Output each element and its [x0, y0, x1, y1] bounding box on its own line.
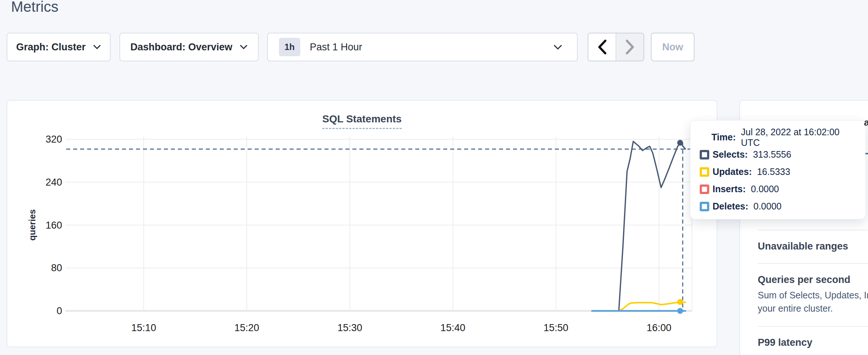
- graph-scope-dropdown-label: Graph: Cluster: [16, 42, 86, 53]
- now-button-disabled[interactable]: Now: [651, 33, 695, 61]
- series-line-updates: [592, 302, 685, 311]
- tooltip-series-rows: Selects:313.5556Updates:16.5333Inserts:0…: [700, 146, 858, 215]
- y-tick-label: 80: [51, 262, 62, 273]
- chevron-down-icon: [553, 44, 562, 50]
- y-tick-label: 240: [46, 177, 62, 188]
- tooltip-series-label: Inserts:: [713, 184, 746, 194]
- series-line-selects: [619, 141, 685, 311]
- now-button-label: Now: [662, 42, 683, 53]
- page-title: Metrics: [11, 0, 58, 15]
- sidebar-item-description: Sum of Selects, Updates, Inser: [758, 288, 868, 302]
- sidebar-item-p99-latency: P99 latency: [758, 326, 868, 355]
- tooltip-series-value: 0.0000: [751, 184, 779, 194]
- previous-time-window-button[interactable]: [588, 33, 616, 61]
- sidebar-item-title: Unavailable ranges: [758, 241, 868, 252]
- x-tick-label: 15:20: [234, 322, 259, 333]
- dashboard-dropdown[interactable]: Dashboard: Overview: [119, 33, 259, 61]
- chevron-down-icon: [93, 44, 101, 50]
- x-tick-label: 15:40: [441, 322, 466, 333]
- sidebar-item-title: P99 latency: [758, 337, 868, 348]
- updates-legend-swatch: [700, 167, 709, 177]
- sidebar-item-title: Queries per second: [758, 274, 868, 286]
- x-tick-label: 15:50: [544, 322, 568, 333]
- sql-statements-chart-plot[interactable]: 08016024032015:1015:2015:3015:4015:5016:…: [7, 101, 717, 347]
- sidebar-item-description: your entire cluster.: [758, 302, 868, 315]
- tooltip-series-row: Inserts:0.0000: [700, 180, 858, 198]
- time-range-badge: 1h: [279, 38, 300, 56]
- x-tick-label: 16:00: [646, 322, 671, 333]
- x-tick-label: 15:30: [337, 322, 362, 333]
- time-range-dropdown[interactable]: 1h Past 1 Hour: [267, 33, 578, 61]
- sidebar-item-unavailable-ranges: Unavailable ranges: [758, 230, 868, 263]
- tooltip-series-value: 313.5556: [753, 149, 791, 160]
- tooltip-series-label: Selects:: [713, 149, 748, 160]
- clipped-text-fragment: a: [864, 117, 868, 126]
- tooltip-time-label: Time:: [711, 132, 736, 143]
- y-tick-label: 0: [57, 305, 62, 316]
- chevron-right-icon: [625, 39, 635, 55]
- tooltip-time-row: Time: Jul 28, 2022 at 16:02:00 UTC: [700, 129, 858, 146]
- hover-dot-selects: [677, 140, 683, 146]
- chevron-down-icon: [240, 44, 248, 50]
- tooltip-time-value: Jul 28, 2022 at 16:02:00 UTC: [741, 127, 858, 148]
- clipped-dash-fragment: [865, 153, 868, 154]
- metrics-page: Metrics Graph: Cluster Dashboard: Overvi…: [0, 0, 868, 355]
- sidebar-item-queries-per-second: Queries per secondSum of Selects, Update…: [758, 263, 868, 326]
- sql-statements-chart-card: SQL Statements queries 08016024032015:10…: [7, 100, 717, 347]
- tooltip-series-row: Deletes:0.0000: [700, 198, 858, 215]
- tooltip-series-label: Deletes:: [713, 201, 748, 212]
- graph-scope-dropdown[interactable]: Graph: Cluster: [7, 33, 111, 61]
- selects-legend-swatch: [700, 150, 709, 159]
- deletes-legend-swatch: [700, 202, 709, 211]
- dashboard-dropdown-label: Dashboard: Overview: [130, 42, 233, 53]
- y-tick-label: 320: [46, 134, 62, 145]
- hover-dot-deletes: [677, 308, 683, 314]
- chart-hover-tooltip: Time: Jul 28, 2022 at 16:02:00 UTC Selec…: [690, 120, 866, 219]
- tooltip-series-label: Updates:: [713, 166, 752, 177]
- tooltip-series-value: 0.0000: [753, 201, 781, 212]
- hover-dot-updates: [677, 299, 683, 305]
- y-tick-label: 160: [46, 220, 62, 231]
- x-tick-label: 15:10: [131, 322, 156, 333]
- time-window-arrows: [588, 33, 644, 61]
- chevron-left-icon: [597, 39, 607, 55]
- next-time-window-button-disabled[interactable]: [616, 33, 643, 61]
- tooltip-series-row: Selects:313.5556: [700, 146, 858, 163]
- time-range-label: Past 1 Hour: [310, 42, 362, 53]
- tooltip-series-value: 16.5333: [757, 166, 790, 177]
- inserts-legend-swatch: [700, 184, 709, 194]
- tooltip-series-row: Updates:16.5333: [700, 163, 858, 180]
